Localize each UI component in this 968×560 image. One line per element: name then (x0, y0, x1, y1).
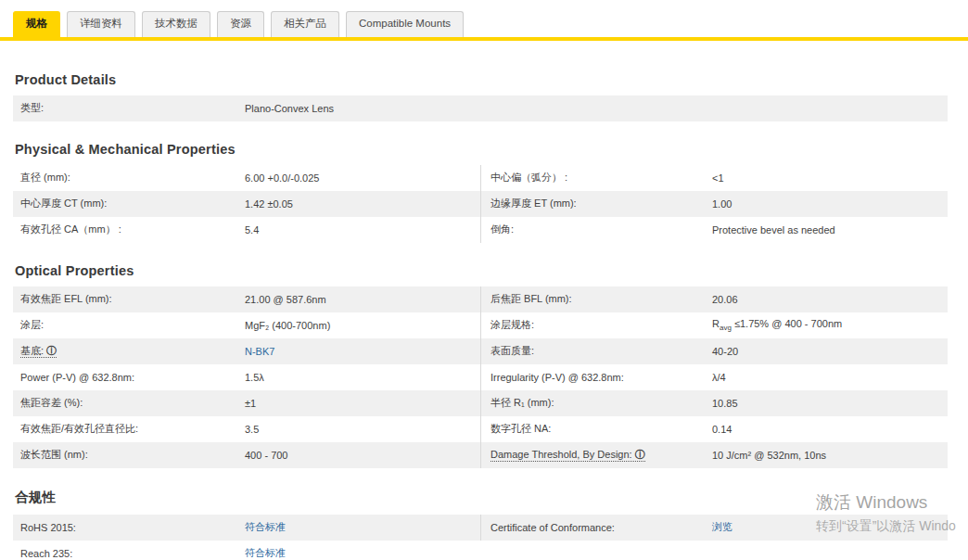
spec-label-irregularity: Irregularity (P-V) @ 632.8nm: (481, 372, 712, 383)
specifications-content: Product Details 类型: Plano-Convex Lens Ph… (13, 72, 948, 560)
spec-label-surface-quality: 表面质量: (481, 344, 712, 358)
spec-label-coating-spec: 涂层规格: (481, 318, 712, 332)
spec-value-center-thickness: 1.42 ±0.05 (245, 198, 293, 210)
table-row: Power (P-V) @ 632.8nm: 1.5λ Irregularity… (13, 364, 948, 390)
spec-value-irregularity: λ/4 (712, 372, 726, 383)
spec-label-type: 类型: (13, 101, 245, 115)
table-row: 焦距容差 (%): ±1 半径 R₁ (mm): 10.85 (13, 390, 948, 416)
table-row: 有效焦距 EFL (mm): 21.00 @ 587.6nm 后焦距 BFL (… (13, 286, 948, 312)
info-icon: ⓘ (635, 449, 645, 460)
tab-resources[interactable]: 资源 (217, 11, 264, 37)
spec-label-power: Power (P-V) @ 632.8nm: (13, 372, 245, 383)
tab-specifications[interactable]: 规格 (13, 11, 60, 37)
spec-value-centration: <1 (712, 172, 724, 184)
info-icon: ⓘ (46, 345, 57, 356)
spec-label-substrate: 基底:ⓘ (13, 344, 245, 358)
spec-label-bfl: 后焦距 BFL (mm): (481, 292, 712, 306)
tab-related-products[interactable]: 相关产品 (271, 11, 339, 37)
section-title-compliance: 合规性 (15, 489, 948, 506)
spec-label-fnumber: 有效焦距/有效孔径直径比: (13, 422, 245, 436)
spec-label-reach: Reach 235: (13, 548, 245, 559)
table-row: 中心厚度 CT (mm): 1.42 ±0.05 边缘厚度 ET (mm): 1… (13, 191, 948, 217)
spec-label-bevel: 倒角: (481, 223, 712, 236)
spec-label-efl: 有效焦距 EFL (mm): (13, 292, 245, 306)
spec-value-radius-r1: 10.85 (712, 398, 738, 409)
table-row: 有效孔径 CA（mm） : 5.4 倒角: Protective bevel a… (13, 217, 948, 243)
section-title-optical: Optical Properties (15, 263, 948, 278)
spec-label-diameter: 直径 (mm): (13, 171, 245, 185)
spec-label-center-thickness: 中心厚度 CT (mm): (13, 197, 245, 210)
reach-compliant-link[interactable]: 符合标准 (245, 546, 286, 560)
section-title-physical-mechanical: Physical & Mechanical Properties (15, 142, 948, 157)
table-row: 基底:ⓘ N-BK7 表面质量: 40-20 (13, 338, 948, 364)
spec-label-rohs: RoHS 2015: (13, 522, 245, 533)
spec-label-na: 数字孔径 NA: (481, 422, 712, 436)
tab-compatible-mounts[interactable]: Compatible Mounts (346, 11, 464, 37)
spec-value-fnumber: 3.5 (245, 424, 259, 435)
spec-value-damage-threshold: 10 J/cm² @ 532nm, 10ns (712, 450, 826, 461)
section-title-product-details: Product Details (15, 72, 948, 87)
table-row: 有效焦距/有效孔径直径比: 3.5 数字孔径 NA: 0.14 (13, 416, 948, 442)
spec-value-efl: 21.00 @ 587.6nm (245, 294, 326, 305)
spec-value-wavelength-range: 400 - 700 (245, 450, 287, 461)
compliance-table: RoHS 2015: 符合标准 Certificate of Conforman… (13, 515, 948, 560)
certificate-view-link[interactable]: 浏览 (712, 520, 732, 534)
spec-value-type: Plano-Convex Lens (245, 103, 334, 114)
substrate-tooltip-link[interactable]: 基底:ⓘ (20, 345, 57, 358)
spec-value-bevel: Protective bevel as needed (712, 224, 835, 235)
product-details-table: 类型: Plano-Convex Lens (13, 95, 948, 121)
optical-properties-table: 有效焦距 EFL (mm): 21.00 @ 587.6nm 后焦距 BFL (… (13, 286, 948, 468)
spec-label-focal-tolerance: 焦距容差 (%): (13, 396, 245, 410)
spec-label-edge-thickness: 边缘厚度 ET (mm): (481, 197, 712, 210)
spec-label-clear-aperture: 有效孔径 CA（mm） : (13, 223, 245, 236)
physical-mechanical-table: 直径 (mm): 6.00 +0.0/-0.025 中心偏（弧分） : <1 中… (13, 165, 948, 243)
table-row: RoHS 2015: 符合标准 Certificate of Conforman… (13, 515, 948, 541)
spec-label-coating: 涂层: (13, 318, 245, 332)
spec-value-coating-spec: Ravg ≤1.75% @ 400 - 700nm (712, 318, 842, 332)
table-row: 直径 (mm): 6.00 +0.0/-0.025 中心偏（弧分） : <1 (13, 165, 948, 191)
damage-threshold-tooltip-link[interactable]: Damage Threshold, By Design:ⓘ (490, 449, 645, 462)
spec-value-focal-tolerance: ±1 (245, 398, 256, 409)
rohs-compliant-link[interactable]: 符合标准 (245, 520, 286, 534)
spec-value-coating: MgF₂ (400-700nm) (245, 320, 330, 331)
substrate-link[interactable]: N-BK7 (245, 346, 274, 357)
spec-value-bfl: 20.06 (712, 294, 738, 305)
spec-value-diameter: 6.00 +0.0/-0.025 (245, 172, 319, 184)
spec-value-power: 1.5λ (245, 372, 264, 383)
table-row: 涂层: MgF₂ (400-700nm) 涂层规格: Ravg ≤1.75% @… (13, 312, 948, 338)
tab-details[interactable]: 详细资料 (67, 11, 135, 37)
table-row: 类型: Plano-Convex Lens (13, 95, 948, 121)
spec-label-radius-r1: 半径 R₁ (mm): (481, 396, 712, 410)
spec-tab-bar: 规格 详细资料 技术数据 资源 相关产品 Compatible Mounts (0, 0, 968, 41)
spec-value-edge-thickness: 1.00 (712, 198, 732, 210)
table-row: Reach 235: 符合标准 (13, 541, 948, 560)
table-row: 波长范围 (nm): 400 - 700 Damage Threshold, B… (13, 442, 948, 468)
spec-value-clear-aperture: 5.4 (245, 224, 259, 235)
spec-label-centration: 中心偏（弧分） : (481, 171, 712, 185)
spec-label-certificate: Certificate of Conformance: (481, 522, 712, 533)
spec-label-wavelength-range: 波长范围 (nm): (13, 448, 245, 462)
spec-value-na: 0.14 (712, 424, 732, 435)
spec-value-surface-quality: 40-20 (712, 346, 738, 357)
tab-technical-data[interactable]: 技术数据 (142, 11, 210, 37)
spec-label-damage-threshold: Damage Threshold, By Design:ⓘ (481, 448, 712, 462)
